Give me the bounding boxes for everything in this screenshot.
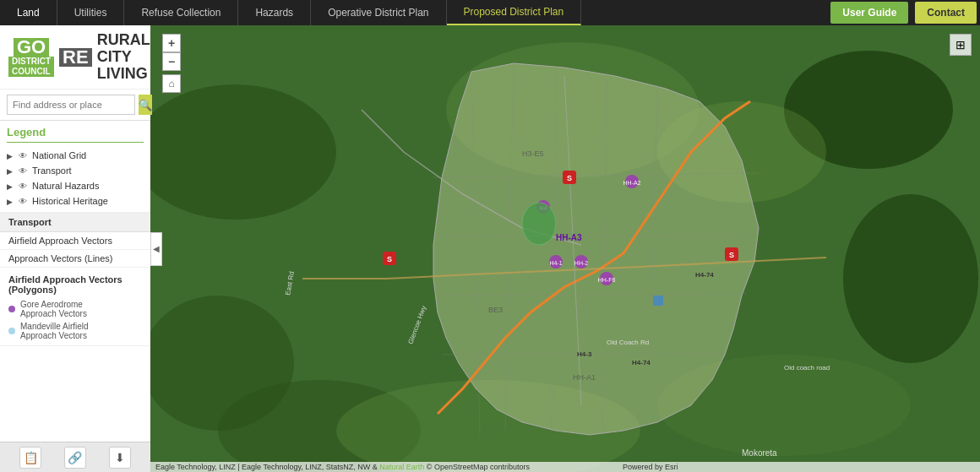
svg-text:H3-E5: H3-E5 [522, 149, 544, 158]
legend-divider [7, 142, 144, 143]
svg-text:H4-74: H4-74 [695, 271, 714, 279]
nav-proposed[interactable]: Proposed District Plan [447, 0, 582, 25]
toolbar-btn-download[interactable]: ⬇ [109, 447, 131, 469]
legend-title: Legend [7, 126, 144, 138]
svg-point-48 [522, 203, 556, 245]
contact-button[interactable]: Contact [915, 2, 977, 24]
expand-icon: ▶ [7, 182, 14, 189]
attribution-link[interactable]: Natural Earth [379, 463, 424, 471]
attribution-suffix: © OpenStreetMap contributors [427, 463, 530, 471]
map-area[interactable]: S S S H4 HH-A2 HH-2 H4-1 HH-F6 HH-A3 H3-… [150, 25, 980, 472]
logo-area: GO DISTRICT COUNCIL RE RURAL CITY LIVING [0, 25, 150, 90]
dot-light-blue [8, 328, 15, 334]
svg-text:HH-A2: HH-A2 [623, 180, 640, 186]
svg-rect-49 [653, 296, 663, 306]
svg-text:Mokoreta: Mokoreta [742, 448, 777, 458]
nav-utilities[interactable]: Utilities [57, 0, 125, 25]
svg-text:Old Coach Rd: Old Coach Rd [607, 339, 649, 346]
nav-refuse[interactable]: Refuse Collection [124, 0, 238, 25]
nav-land[interactable]: Land [0, 0, 57, 25]
collapse-sidebar-button[interactable]: ◀ [150, 232, 162, 266]
polygon-section: Airfield Approach Vectors(Polygons) Gore… [0, 268, 150, 346]
zoom-out-button[interactable]: − [162, 52, 181, 71]
map-svg: S S S H4 HH-A2 HH-2 H4-1 HH-F6 HH-A3 H3-… [150, 25, 980, 472]
expand-icon: ▶ [7, 198, 14, 204]
logo-rural-city-living: RURAL CITY LIVING [97, 32, 150, 82]
polygon-gore: Gore AerodromeApproach Vectors [8, 298, 142, 320]
eye-icon: 👁 [19, 151, 27, 160]
layer-approach-lines[interactable]: Approach Vectors (Lines) [0, 250, 150, 268]
legend-transport[interactable]: ▶ 👁 Transport [7, 163, 144, 178]
legend-natural-hazards[interactable]: ▶ 👁 Natural Hazards [7, 178, 144, 193]
svg-text:HH-F6: HH-F6 [598, 277, 616, 283]
polygon-header: Airfield Approach Vectors(Polygons) [8, 271, 142, 298]
search-input[interactable] [7, 95, 135, 115]
search-area: 🔍 [0, 90, 150, 121]
nav-hazards[interactable]: Hazards [238, 0, 311, 25]
eye-icon: 👁 [19, 182, 27, 191]
logo-go: GO DISTRICT COUNCIL [8, 38, 54, 77]
legend-national-grid[interactable]: ▶ 👁 National Grid [7, 148, 144, 163]
header: Land Utilities Refuse Collection Hazards… [0, 0, 980, 25]
logo-go-text: GO [14, 38, 49, 57]
polygon-mandeville: Mandeville AirfieldApproach Vectors [8, 320, 142, 342]
polygon-mandeville-label: Mandeville AirfieldApproach Vectors [20, 322, 89, 340]
toolbar-btn-link[interactable]: 🔗 [64, 447, 86, 469]
map-grid-button[interactable]: ⊞ [950, 34, 972, 56]
logo-re-text: RE [59, 48, 92, 67]
attribution: Eagle Technology, LINZ | Eagle Technolog… [150, 462, 980, 472]
expand-icon: ▶ [7, 167, 14, 174]
logo-district-text: DISTRICT COUNCIL [8, 57, 54, 77]
toolbar-btn-clipboard[interactable]: 📋 [19, 447, 41, 469]
layer-list: Transport Airfield Approach Vectors Appr… [0, 213, 150, 442]
svg-text:H4-74: H4-74 [632, 359, 651, 366]
layer-section-header: Transport [0, 213, 150, 232]
eye-icon: 👁 [19, 197, 27, 206]
legend-label: Natural Hazards [32, 181, 99, 191]
svg-text:S: S [729, 251, 734, 259]
expand-icon: ▶ [7, 152, 14, 159]
svg-text:Old coach road: Old coach road [784, 364, 830, 372]
zoom-in-button[interactable]: + [162, 34, 181, 52]
legend-label: National Grid [32, 150, 86, 160]
svg-text:S: S [567, 174, 572, 182]
home-button[interactable]: ⌂ [162, 74, 181, 93]
search-button[interactable]: 🔍 [139, 95, 152, 115]
polygon-gore-label: Gore AerodromeApproach Vectors [20, 300, 87, 318]
nav-operative[interactable]: Operative District Plan [311, 0, 446, 25]
svg-text:BE3: BE3 [488, 306, 503, 314]
attribution-text: Eagle Technology, LINZ | Eagle Technolog… [155, 463, 378, 471]
sidebar-toolbar: 📋 🔗 ⬇ [0, 442, 150, 472]
svg-text:HH-A1: HH-A1 [573, 373, 596, 382]
legend-historical-heritage[interactable]: ▶ 👁 Historical Heritage [7, 193, 144, 209]
esri-text: Powered by Esri [623, 463, 678, 471]
user-guide-button[interactable]: User Guide [830, 2, 908, 24]
layer-airfield-vectors[interactable]: Airfield Approach Vectors [0, 232, 150, 250]
eye-icon: 👁 [19, 166, 27, 176]
legend-section: Legend ▶ 👁 National Grid ▶ 👁 Transport ▶… [0, 121, 150, 213]
svg-text:H4-3: H4-3 [577, 350, 592, 358]
zoom-controls: + − ⌂ [162, 34, 181, 93]
svg-point-4 [843, 194, 978, 363]
svg-text:S: S [387, 255, 392, 263]
svg-text:HH-A3: HH-A3 [556, 233, 582, 242]
svg-text:H4-1: H4-1 [549, 260, 562, 266]
legend-label: Historical Heritage [32, 196, 108, 206]
svg-text:HH-2: HH-2 [574, 260, 588, 266]
dot-purple [8, 306, 15, 312]
legend-label: Transport [32, 165, 72, 176]
sidebar: GO DISTRICT COUNCIL RE RURAL CITY LIVING… [0, 25, 150, 472]
